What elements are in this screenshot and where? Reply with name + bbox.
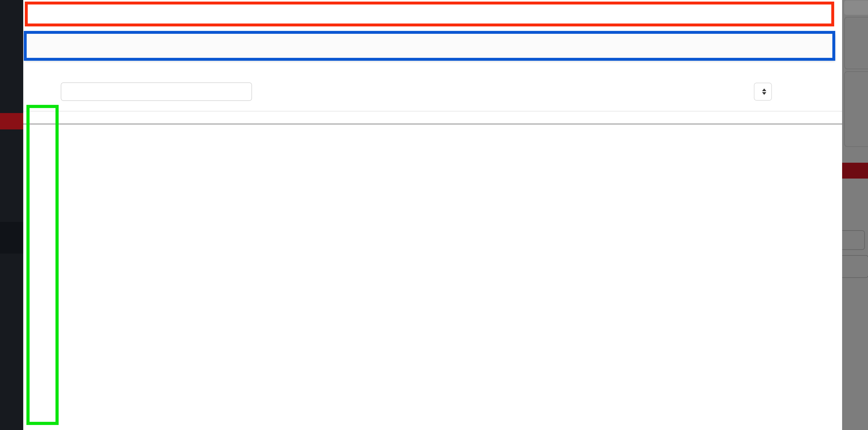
sidebar-item-active[interactable] (0, 113, 23, 129)
sidebar-section-shade (0, 222, 23, 253)
search-input[interactable] (67, 87, 236, 96)
right-dimmed-panel (842, 0, 868, 430)
search-box (61, 83, 252, 101)
page-size-stepper[interactable] (754, 83, 772, 101)
right-panel-box (844, 17, 868, 69)
filter-bar (24, 33, 835, 60)
sidebar (0, 0, 23, 430)
star-icon[interactable] (38, 41, 49, 52)
app-screen (0, 0, 868, 430)
page-size-control (749, 83, 777, 101)
right-panel-red-block (842, 163, 868, 179)
right-panel-arrow-button[interactable] (842, 255, 868, 278)
right-panel-topbar (844, 1, 868, 15)
right-panel-value-box[interactable] (842, 230, 865, 250)
favorites-toggle[interactable] (35, 41, 49, 52)
search-icon (236, 87, 246, 97)
table-header (23, 111, 842, 125)
right-panel-box (844, 71, 868, 147)
main-content (23, 0, 842, 430)
tab-bar (25, 4, 835, 24)
stepper-arrows-icon[interactable] (762, 89, 766, 95)
